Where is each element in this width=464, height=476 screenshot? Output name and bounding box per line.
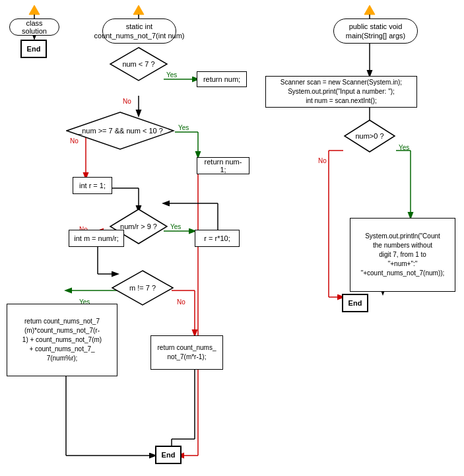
int-m-rect: int m = num/r; bbox=[69, 230, 124, 247]
num-gt0-diamond: num>0 ? bbox=[343, 119, 396, 153]
main-header: public static void main(String[] args) bbox=[333, 18, 418, 44]
return-count-not-rect: return count_nums_ not_7(m*r-1); bbox=[150, 335, 223, 370]
num-lt7-diamond: num < 7 ? bbox=[109, 46, 168, 82]
m-ne7-diamond: m != 7 ? bbox=[111, 269, 174, 306]
svg-marker-0 bbox=[29, 5, 40, 15]
svg-marker-1 bbox=[133, 5, 144, 15]
svg-marker-2 bbox=[364, 5, 375, 15]
end-bottom: End bbox=[155, 446, 182, 464]
return-num-minus1-rect: return num-1; bbox=[197, 157, 249, 174]
flowchart-diagram: class solution End static int count_nums… bbox=[0, 0, 464, 476]
static-int-header: static int count_nums_not_7(int num) bbox=[102, 18, 176, 44]
system-out-rect: System.out.println("Count the numbers wi… bbox=[350, 218, 455, 292]
no-label-2: No bbox=[70, 137, 79, 145]
yes-label-main: Yes bbox=[399, 144, 409, 151]
scanner-block: Scanner scan = new Scanner(System.in); S… bbox=[265, 76, 417, 108]
return-complex-rect: return count_nums_not_7 (m)*count_nums_n… bbox=[7, 304, 117, 376]
yes-label-1: Yes bbox=[166, 71, 177, 79]
end-main: End bbox=[342, 294, 368, 312]
yes-label-2: Yes bbox=[178, 124, 189, 131]
no-label-main: No bbox=[318, 157, 327, 164]
end-class-solution: End bbox=[20, 40, 47, 58]
int-r-rect: int r = 1; bbox=[73, 177, 112, 194]
return-num-rect: return num; bbox=[197, 71, 247, 87]
class-solution-label: class solution bbox=[9, 18, 59, 36]
no-label-1: No bbox=[123, 98, 131, 105]
yes-label-3: Yes bbox=[170, 223, 181, 230]
no-label-4: No bbox=[177, 298, 185, 306]
num-gte7-lt10-diamond: _num >= 7 && num < 10 ? bbox=[66, 111, 175, 151]
r-r10-rect: r = r*10; bbox=[195, 230, 240, 247]
